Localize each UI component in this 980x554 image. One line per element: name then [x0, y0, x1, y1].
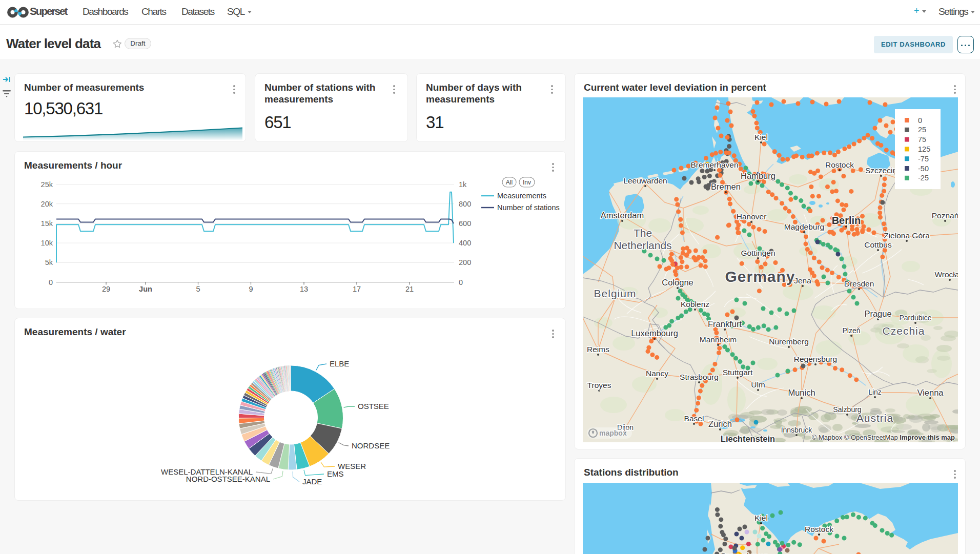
svg-text:Linz: Linz — [868, 388, 882, 396]
svg-text:Regensburg: Regensburg — [794, 355, 837, 363]
svg-text:9: 9 — [249, 285, 253, 293]
svg-text:Wrocław: Wrocław — [934, 270, 958, 279]
svg-text:Pardubice: Pardubice — [899, 314, 931, 322]
svg-text:15k: 15k — [41, 219, 53, 228]
svg-text:Cologne: Cologne — [662, 278, 693, 287]
svg-text:NORDSEE: NORDSEE — [352, 441, 390, 450]
svg-text:Dresden: Dresden — [844, 279, 874, 288]
svg-text:Czechia: Czechia — [883, 325, 925, 337]
svg-text:0: 0 — [459, 278, 463, 286]
svg-text:75: 75 — [918, 135, 926, 143]
svg-text:Ulm: Ulm — [751, 380, 765, 389]
svg-text:400: 400 — [459, 239, 471, 247]
svg-text:Mannheim: Mannheim — [700, 335, 737, 344]
svg-text:Rostock: Rostock — [805, 525, 833, 534]
svg-text:Magdeburg: Magdeburg — [784, 222, 824, 231]
svg-text:Innsbruck: Innsbruck — [781, 426, 813, 434]
svg-text:Plzeň: Plzeň — [842, 326, 860, 335]
svg-text:Germany: Germany — [725, 268, 795, 285]
svg-text:Zielona Góra: Zielona Góra — [884, 231, 930, 240]
svg-text:Göttingen: Göttingen — [741, 249, 775, 257]
svg-text:WESEL-DATTELN-KANAL: WESEL-DATTELN-KANAL — [161, 467, 253, 476]
svg-text:Netherlands: Netherlands — [614, 239, 671, 251]
svg-text:-75: -75 — [918, 155, 929, 163]
svg-text:13: 13 — [300, 285, 308, 293]
svg-text:Kiel: Kiel — [754, 514, 768, 522]
svg-text:Hamburg: Hamburg — [741, 171, 775, 180]
svg-text:Liechtenstein: Liechtenstein — [721, 434, 775, 442]
svg-text:Rostock: Rostock — [825, 160, 854, 169]
svg-text:5: 5 — [196, 285, 200, 293]
svg-text:Stuttgart: Stuttgart — [723, 368, 753, 377]
svg-text:0: 0 — [49, 278, 53, 286]
svg-text:Luxembourg: Luxembourg — [631, 329, 678, 338]
svg-text:1k: 1k — [459, 180, 467, 189]
svg-text:mapbox: mapbox — [599, 429, 627, 437]
svg-text:Basel: Basel — [684, 414, 704, 423]
svg-text:Nancy: Nancy — [646, 369, 668, 378]
svg-text:Frankfurt: Frankfurt — [708, 319, 742, 329]
svg-text:Vienna: Vienna — [917, 388, 944, 397]
svg-text:Prague: Prague — [864, 309, 891, 318]
svg-text:25: 25 — [918, 126, 926, 134]
svg-text:Poznań: Poznań — [932, 211, 958, 220]
svg-text:Leeuwarden: Leeuwarden — [623, 176, 667, 185]
svg-text:Strasbourg: Strasbourg — [680, 373, 719, 381]
svg-text:Szczecin: Szczecin — [865, 166, 897, 175]
svg-text:Number of stations: Number of stations — [497, 203, 560, 212]
svg-text:21: 21 — [405, 285, 414, 293]
svg-text:5k: 5k — [45, 258, 53, 266]
svg-text:125: 125 — [918, 145, 930, 153]
svg-text:Jun: Jun — [139, 285, 152, 293]
svg-text:Zurich: Zurich — [708, 419, 732, 428]
svg-text:Kiel: Kiel — [754, 133, 768, 141]
svg-text:0: 0 — [918, 116, 922, 125]
svg-text:-50: -50 — [918, 165, 929, 173]
svg-text:Berlin: Berlin — [832, 215, 861, 226]
svg-text:JADE: JADE — [302, 477, 322, 486]
svg-text:ELBE: ELBE — [330, 359, 349, 368]
svg-text:17: 17 — [353, 285, 361, 293]
svg-text:20k: 20k — [41, 200, 53, 208]
svg-text:Bremerhaven: Bremerhaven — [721, 551, 768, 554]
svg-text:Bremen: Bremen — [711, 182, 741, 191]
svg-text:Koblenz: Koblenz — [681, 300, 709, 309]
svg-text:All: All — [506, 179, 513, 186]
svg-text:Amsterdam: Amsterdam — [601, 211, 644, 220]
svg-text:Jena: Jena — [794, 276, 811, 285]
svg-text:25k: 25k — [41, 180, 53, 189]
svg-text:Reims: Reims — [587, 345, 609, 354]
svg-text:200: 200 — [459, 258, 471, 266]
svg-text:Inv: Inv — [523, 179, 531, 186]
svg-text:Hanover: Hanover — [737, 212, 767, 221]
svg-text:29: 29 — [102, 285, 110, 293]
svg-text:Cottbus: Cottbus — [864, 240, 892, 249]
svg-text:600: 600 — [459, 219, 471, 228]
svg-text:The: The — [634, 227, 652, 239]
svg-text:-25: -25 — [918, 174, 929, 182]
svg-text:Belgium: Belgium — [594, 288, 637, 299]
svg-text:© Mapbox © OpenStreetMap Impro: © Mapbox © OpenStreetMap Improve this ma… — [812, 434, 955, 441]
svg-text:Austria: Austria — [856, 412, 893, 424]
svg-text:EMS: EMS — [327, 469, 344, 478]
svg-text:10k: 10k — [41, 239, 53, 247]
svg-text:Measurements: Measurements — [497, 192, 546, 200]
svg-text:800: 800 — [459, 200, 471, 208]
svg-text:OSTSEE: OSTSEE — [358, 402, 389, 411]
svg-text:Nuremberg: Nuremberg — [769, 337, 809, 346]
svg-text:Munich: Munich — [788, 388, 815, 397]
svg-text:Troyes: Troyes — [587, 381, 611, 389]
svg-text:Bremerhaven: Bremerhaven — [690, 160, 738, 169]
